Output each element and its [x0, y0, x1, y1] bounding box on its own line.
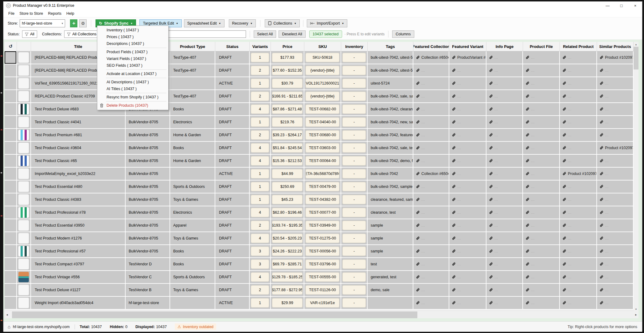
inventory-value-box[interactable]: - [342, 92, 366, 101]
cell-featured-variant[interactable]: ... [449, 129, 486, 141]
variants-value-box[interactable]: 1 [251, 298, 269, 307]
row-selector-cell[interactable] [5, 284, 17, 296]
price-value-box[interactable]: $62.80 - $196.46 [272, 208, 302, 217]
cell-info-page[interactable]: ... [486, 142, 523, 154]
variants-value-box[interactable]: 1 [251, 79, 269, 88]
column-header-featured_variant[interactable]: Featured Variant [449, 42, 486, 51]
sku-value-box[interactable]: TEST-00479-00 [306, 182, 339, 191]
table-row[interactable]: Test Product Classic #4041BulkVendor-870… [5, 116, 634, 129]
sku-value-box[interactable]: TEST-01275-00 [306, 234, 339, 243]
inventory-value-box[interactable]: - [342, 234, 366, 243]
price-value-box[interactable]: $69.79 - $285.71 [272, 260, 302, 269]
cell-product-file[interactable]: ... [523, 232, 560, 244]
inventory-value-box[interactable]: - [342, 247, 366, 256]
product-image-cell[interactable] [17, 258, 31, 270]
product-thumbnail[interactable] [18, 130, 29, 140]
cell-related-product[interactable]: ... [560, 51, 597, 64]
scroll-left-arrow-icon[interactable]: ◀ [5, 312, 10, 317]
row-selector-cell[interactable] [5, 180, 17, 193]
column-header-refresh[interactable]: ↺ [5, 42, 17, 51]
cell-info-page[interactable]: ... [486, 193, 523, 206]
cell-related-product[interactable]: ... [560, 180, 597, 193]
inventory-value-box[interactable]: - [342, 143, 366, 153]
cell-featured-collection[interactable]: ... [413, 219, 449, 232]
store-url[interactable]: hf-large-test-store.myshopify.com [13, 325, 70, 329]
product-thumbnail-empty[interactable] [18, 65, 29, 76]
price-value-box[interactable]: $250.69 [272, 182, 302, 191]
cell-featured-collection[interactable]: Collection #6504 [413, 51, 449, 64]
cell-featured-collection[interactable]: ... [413, 103, 449, 115]
variants-value-box[interactable]: 2 [251, 285, 269, 295]
cell-similar-products[interactable]: ... [597, 168, 634, 180]
table-row[interactable]: Weight Import d040acb3ad054dc4hf-large-t… [5, 297, 634, 310]
table-row[interactable]: Test Product Essential #480BulkVendor-87… [5, 180, 634, 193]
cell-info-page[interactable]: ... [486, 232, 523, 244]
vertical-scrollbar[interactable]: ▲ ▼ [634, 42, 638, 311]
cell-featured-variant[interactable]: ... [449, 284, 486, 296]
row-selector-cell[interactable] [5, 168, 17, 180]
product-image-cell[interactable] [17, 245, 31, 257]
inventory-value-box[interactable]: - [342, 221, 366, 230]
price-value-box[interactable]: $51.84 - $245.54 [272, 143, 302, 153]
cell-featured-collection[interactable]: Collection #6504 [413, 168, 449, 180]
sku-value-box[interactable]: {vendor}-{title} [306, 92, 339, 101]
column-header-info_page[interactable]: Info Page [486, 42, 523, 51]
cell-similar-products[interactable]: ... [597, 77, 634, 89]
horizontal-scrollbar[interactable]: ◀ ▶ [5, 311, 638, 318]
cell-featured-variant[interactable]: ... [449, 103, 486, 115]
add-store-button[interactable]: + [70, 19, 77, 27]
cell-featured-variant[interactable]: ... [449, 116, 486, 128]
cell-similar-products[interactable]: Product #102097 [597, 51, 634, 64]
menu-item-reports[interactable]: Reports [45, 10, 64, 17]
variants-value-box[interactable]: 2 [251, 221, 269, 230]
product-thumbnail-empty[interactable] [18, 78, 29, 89]
menu-item-store-to-store[interactable]: Store to Store [17, 10, 45, 17]
variants-value-box[interactable]: 3 [251, 247, 269, 256]
collections-filter-button[interactable]: All Collections [64, 30, 99, 38]
table-row[interactable]: Test Product Essential #3950BulkVendor-8… [5, 219, 634, 232]
menu-item-product-fields-10437[interactable]: Product Fields ( 10437 ) [97, 49, 168, 55]
cell-product-file[interactable]: ... [523, 155, 560, 167]
product-image-cell[interactable] [17, 90, 31, 102]
cell-featured-variant[interactable]: ... [449, 193, 486, 206]
cell-info-page[interactable]: ... [486, 116, 523, 128]
cell-similar-products[interactable]: ... [597, 232, 634, 244]
cell-related-product[interactable]: ... [560, 103, 597, 115]
sku-value-box[interactable]: VOL191712600021 [306, 79, 339, 88]
column-header-type[interactable]: Product Type [170, 42, 215, 51]
menu-item-help[interactable]: Help [64, 10, 77, 17]
column-header-inventory[interactable]: Inventory [341, 42, 368, 51]
menu-item-delete-products-10437[interactable]: Delete Products (10437) [97, 102, 168, 109]
cell-featured-variant[interactable]: ... [449, 219, 486, 232]
cell-product-file[interactable]: ... [523, 90, 560, 102]
inventory-value-box[interactable]: - [342, 285, 366, 295]
sku-value-box[interactable]: TEST-03796-00 [306, 260, 339, 269]
price-value-box[interactable]: $20.54 - $205.23 [272, 234, 302, 243]
inventory-value-box[interactable]: - [342, 79, 366, 88]
product-thumbnail-empty[interactable] [18, 220, 29, 231]
collections-button[interactable]: Collections ▼ [265, 19, 300, 27]
column-header-image[interactable] [17, 42, 31, 51]
cell-product-file[interactable]: ... [523, 116, 560, 128]
cell-product-file[interactable]: ... [523, 77, 560, 89]
menu-item-activate-at-location-10437[interactable]: Activate at Location ( 10437 ) [97, 70, 168, 77]
product-thumbnail-empty[interactable] [18, 168, 29, 179]
cell-info-page[interactable]: ... [486, 271, 523, 283]
columns-button[interactable]: Columns [392, 30, 414, 38]
sku-value-box[interactable]: {vendor}-{title} [306, 66, 339, 75]
product-thumbnail-empty[interactable] [18, 233, 29, 244]
sku-value-box[interactable]: TEST-00064-00 [306, 156, 339, 165]
sku-value-box[interactable]: TEST-01126-00 [306, 285, 339, 295]
cell-info-page[interactable]: ... [486, 90, 523, 102]
cell-related-product[interactable]: ... [560, 297, 597, 309]
price-value-box[interactable]: $45.23 [272, 195, 302, 204]
inventory-value-box[interactable]: - [342, 156, 366, 165]
inventory-value-box[interactable]: - [342, 195, 366, 204]
cell-info-page[interactable]: ... [486, 129, 523, 141]
inventory-value-box[interactable]: - [342, 105, 366, 114]
cell-product-file[interactable]: ... [523, 258, 560, 270]
cell-related-product[interactable]: ... [560, 284, 597, 296]
cell-info-page[interactable]: ... [486, 297, 523, 309]
cell-product-file[interactable]: ... [523, 180, 560, 193]
cell-related-product[interactable]: ... [560, 193, 597, 206]
